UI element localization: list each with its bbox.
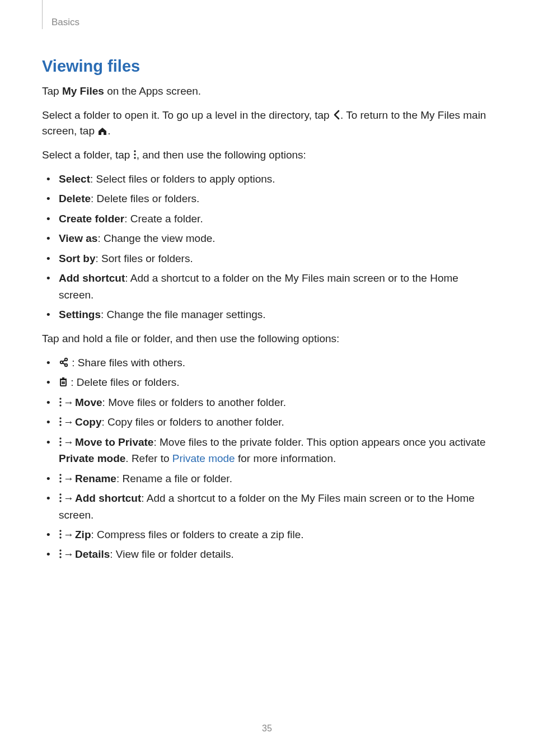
list-item: → Copy: Copy files or folders to another… [59, 414, 492, 430]
svg-point-5 [65, 364, 67, 366]
section-title: Viewing files [42, 57, 492, 76]
list-item: View as: Change the view mode. [59, 230, 492, 246]
text: : Share files with others. [69, 357, 185, 368]
paragraph-4: Tap and hold a file or folder, and then … [42, 331, 492, 347]
text: : Change the view mode. [97, 232, 215, 244]
svg-point-30 [59, 533, 61, 535]
arrow-icon: → [62, 546, 75, 562]
option-label: Copy [75, 416, 102, 428]
svg-point-34 [59, 557, 61, 558]
option-label: Select [59, 173, 90, 185]
arrow-icon: → [62, 434, 75, 450]
option-label: Add shortcut [59, 272, 125, 284]
option-label: Move [75, 396, 102, 408]
svg-point-29 [59, 530, 61, 531]
text: : Select files or folders to apply optio… [90, 173, 275, 185]
option-label: Move to Private [75, 436, 153, 448]
option-label: Settings [59, 309, 101, 320]
paragraph-1: Tap My Files on the Apps screen. [42, 83, 492, 100]
list-item: → Rename: Rename a file or folder. [59, 470, 492, 487]
text: for more information. [235, 452, 336, 464]
list-item: → Zip: Compress files or folders to crea… [59, 526, 492, 543]
text: : Delete files or folders. [91, 193, 199, 204]
text: : Compress files or folders to create a … [91, 529, 304, 540]
svg-point-4 [60, 361, 63, 363]
paragraph-2: Select a folder to open it. To go up a l… [42, 108, 492, 139]
svg-point-24 [59, 477, 61, 479]
svg-point-0 [134, 150, 135, 152]
svg-point-19 [59, 424, 61, 426]
text: on the Apps screen. [104, 85, 201, 97]
text: : Delete files or folders. [68, 376, 180, 388]
option-label: Zip [75, 529, 91, 540]
arrow-icon: → [62, 490, 75, 506]
trash-icon [59, 377, 68, 387]
svg-point-28 [59, 500, 61, 502]
svg-rect-13 [62, 377, 64, 379]
svg-line-6 [63, 360, 65, 362]
arrow-icon: → [62, 526, 75, 543]
option-label: Add shortcut [75, 492, 141, 504]
list-item: : Delete files or folders. [59, 374, 492, 390]
svg-point-14 [59, 398, 61, 399]
option-label: Create folder [59, 213, 124, 225]
svg-point-27 [59, 497, 61, 498]
arrow-icon: → [62, 470, 75, 487]
private-mode-link[interactable]: Private mode [172, 452, 235, 464]
option-label: Sort by [59, 253, 95, 264]
text: : Sort files or folders. [95, 253, 193, 264]
list-item: → Move to Private: Move files to the pri… [59, 434, 492, 467]
page-number: 35 [0, 724, 534, 734]
svg-point-26 [59, 493, 61, 495]
text: : View file or folder details. [110, 548, 233, 560]
text: Tap [42, 85, 62, 97]
header-divider [42, 0, 43, 29]
list-item: : Share files with others. [59, 354, 492, 371]
text: Select a folder, tap [42, 149, 133, 161]
text: Select a folder to open it. To go up a l… [42, 109, 332, 121]
list-item: Delete: Delete files or folders. [59, 190, 492, 207]
text: : Rename a file or folder. [116, 473, 232, 484]
svg-point-18 [59, 421, 61, 423]
text: , and then use the following options: [137, 149, 306, 161]
svg-point-20 [59, 437, 61, 439]
text: : Move files or folders to another folde… [102, 396, 286, 408]
options-list-2: : Share files with others. : Delete file… [42, 354, 492, 563]
chevron-left-icon [332, 110, 340, 120]
private-mode-label: Private mode [59, 452, 125, 464]
list-item: → Move: Move files or folders to another… [59, 394, 492, 410]
text: . Refer to [125, 452, 172, 464]
svg-point-17 [59, 418, 61, 419]
svg-point-32 [59, 550, 61, 552]
option-label: Rename [75, 473, 116, 484]
svg-point-22 [59, 444, 61, 446]
svg-point-23 [59, 474, 61, 475]
svg-point-33 [59, 553, 61, 555]
text: . [107, 125, 110, 137]
text: : Move files to the private folder. This… [153, 436, 485, 448]
text: : Change the file manager settings. [101, 309, 266, 320]
svg-line-7 [63, 363, 65, 365]
svg-point-1 [134, 153, 135, 155]
svg-point-15 [59, 401, 61, 403]
text: : Copy files or folders to another folde… [102, 416, 284, 428]
svg-point-21 [59, 441, 61, 442]
svg-point-3 [65, 358, 67, 361]
option-label: Details [75, 548, 110, 560]
option-label: View as [59, 232, 97, 244]
list-item: Settings: Change the file manager settin… [59, 306, 492, 323]
my-files-label: My Files [62, 85, 104, 97]
svg-point-31 [59, 536, 61, 538]
list-item: Add shortcut: Add a shortcut to a folder… [59, 270, 492, 303]
option-label: Delete [59, 193, 91, 204]
svg-rect-12 [60, 379, 67, 380]
list-item: → Details: View file or folder details. [59, 546, 492, 562]
svg-point-2 [134, 157, 135, 158]
share-icon [59, 357, 69, 367]
arrow-icon: → [62, 394, 75, 410]
paragraph-3: Select a folder, tap , and then use the … [42, 147, 492, 164]
list-item: → Add shortcut: Add a shortcut to a fold… [59, 490, 492, 523]
text: : Create a folder. [124, 213, 203, 225]
list-item: Create folder: Create a folder. [59, 211, 492, 227]
arrow-icon: → [62, 414, 75, 430]
